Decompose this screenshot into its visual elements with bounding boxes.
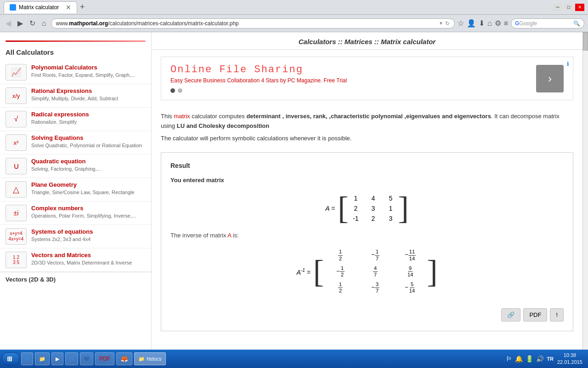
- ad-dot-2[interactable]: [178, 88, 182, 93]
- person-icon[interactable]: 👤: [467, 19, 476, 28]
- new-tab-button[interactable]: +: [77, 1, 88, 13]
- result-actions: 🔗 PDF !: [170, 308, 564, 322]
- window-controls: ─ □ ✕: [553, 4, 584, 11]
- matrix-inverse-display: A-1 = [ 12 −17 −1114 −12 47 914 12 −37: [170, 244, 564, 299]
- maximize-button[interactable]: □: [564, 4, 573, 11]
- download-icon[interactable]: ⬇: [479, 19, 485, 28]
- matrix-inverse-cells: 12 −17 −1114 −12 47 914 12 −37 −514: [327, 249, 424, 294]
- inv-cell-12: 914: [396, 265, 424, 278]
- inv-cell-02: −1114: [396, 249, 424, 261]
- complex-icon: ±i: [6, 205, 27, 221]
- sidebar-item-radical[interactable]: √ Radical expressions Rationalize, Simpl…: [0, 108, 151, 131]
- link-icon: 🔗: [507, 311, 514, 318]
- sidebar-item-geometry[interactable]: △ Plane Geometry Triangle, Sine/Cosine L…: [0, 178, 151, 201]
- browser-tab[interactable]: Matrix calculator ✕: [4, 1, 77, 13]
- address-bar[interactable]: www.mathportal.org/calculators/matrices-…: [51, 18, 455, 29]
- sidebar: All Calculators 📈 Polynomial Calculators…: [0, 32, 152, 350]
- refresh-button[interactable]: ↻: [28, 18, 37, 29]
- forward-button[interactable]: ▶: [16, 18, 25, 29]
- sidebar-logo-bar: [6, 40, 146, 42]
- complex-name: Complex numbers: [31, 205, 146, 212]
- rational-desc: Simplify, Multiply, Divide, Add, Subtrac…: [31, 95, 146, 102]
- home2-icon[interactable]: ⌂: [487, 19, 492, 28]
- cell-a-00: 1: [351, 195, 360, 202]
- pdf-label: PDF: [529, 311, 541, 318]
- rational-icon: x/y: [6, 87, 27, 104]
- main-content: Calculators :: Matrices :: Matrix calcul…: [152, 32, 582, 350]
- ad-info-icon[interactable]: ℹ: [567, 61, 569, 67]
- vectors-matrices-icon: 1 23 5: [6, 252, 27, 268]
- cell-a-01: 4: [368, 195, 378, 202]
- matrix-inverse-formula: A-1 = [ 12 −17 −1114 −12 47 914 12 −37: [297, 249, 438, 294]
- scrollbar-thumb[interactable]: [583, 32, 588, 51]
- browser-toolbar: ◀ ▶ ↻ ⌂ www.mathportal.org/calculators/m…: [0, 15, 588, 32]
- description-line2: The calculator will perform symbolic cal…: [161, 134, 573, 144]
- geometry-name: Plane Geometry: [31, 181, 146, 188]
- inverse-matrix-link[interactable]: A: [227, 232, 231, 239]
- exclamation-button[interactable]: !: [550, 308, 564, 322]
- description-line1: This matrix calculator computes determin…: [161, 112, 573, 131]
- page-wrapper: All Calculators 📈 Polynomial Calculators…: [0, 32, 588, 350]
- you-entered-label: You entered matrix: [170, 177, 564, 184]
- right-bracket-inv: ]: [427, 257, 437, 286]
- systems-desc: Systems 2x2, 3x3 and 4x4: [31, 236, 146, 243]
- more-icon[interactable]: ≡: [504, 19, 508, 28]
- back-button[interactable]: ◀: [4, 18, 13, 29]
- radical-desc: Rationalize, Simplify: [31, 119, 146, 126]
- search-box[interactable]: G Google 🔍: [511, 18, 584, 29]
- inv-cell-01: −17: [362, 249, 389, 261]
- star-icon[interactable]: ☆: [458, 19, 464, 28]
- cell-a-02: 5: [386, 195, 395, 202]
- inverse-suffix: is:: [233, 232, 239, 239]
- bold-terms: determinant , inverses, rank, ,character…: [246, 113, 491, 120]
- sidebar-item-vectors-matrices[interactable]: 1 23 5 Vectors and Matrices 2D/3D Vector…: [0, 248, 151, 272]
- tab-close-button[interactable]: ✕: [66, 4, 71, 11]
- sidebar-item-rational[interactable]: x/y Rational Expressions Simplify, Multi…: [0, 84, 151, 108]
- sidebar-item-polynomial[interactable]: 📈 Polynomial Calculators Find Roots, Fac…: [0, 61, 151, 84]
- right-bracket-a: ]: [398, 194, 408, 223]
- ad-subtitle: Easy Secure Business Collaboration 4 Sta…: [170, 77, 536, 84]
- inverse-text: The inverse of matrix A is:: [170, 232, 564, 239]
- polynomial-name: Polynomial Calculators: [31, 64, 146, 71]
- ad-dot-1[interactable]: [170, 88, 175, 93]
- home-button[interactable]: ⌂: [40, 18, 48, 29]
- quadratic-desc: Solving, Factoring, Graphing,...: [31, 166, 146, 172]
- dropdown-icon[interactable]: ▼: [439, 21, 443, 26]
- matrix-link[interactable]: matrix: [174, 113, 190, 120]
- scrollbar-track[interactable]: [582, 32, 588, 350]
- polynomial-desc: Find Roots, Factor, Expand, Simplify, Gr…: [31, 72, 146, 79]
- sidebar-item-equations[interactable]: x² Solving Equations Solve Quadratic, Po…: [0, 131, 151, 155]
- refresh-icon[interactable]: ↻: [445, 20, 450, 27]
- google-icon: G: [515, 20, 519, 27]
- close-button[interactable]: ✕: [575, 4, 584, 11]
- bold-decompose: LU and Cholesky decomposition: [177, 122, 270, 129]
- ad-subtitle-text: Easy Secure Business Collaboration 4 Sta…: [170, 77, 322, 84]
- sidebar-item-complex[interactable]: ±i Complex numbers Operations, Polar For…: [0, 201, 151, 225]
- settings-icon[interactable]: ⚙: [495, 19, 501, 28]
- result-title: Result: [170, 162, 564, 169]
- cell-a-20: -1: [351, 215, 360, 222]
- inv-cell-11: 47: [362, 265, 389, 278]
- cell-a-22: 3: [386, 215, 395, 222]
- cell-a-12: 1: [386, 205, 395, 212]
- polynomial-icon: 📈: [6, 64, 27, 80]
- inv-cell-21: −37: [362, 282, 389, 294]
- equations-name: Solving Equations: [31, 134, 146, 141]
- ad-next-button[interactable]: ›: [536, 65, 564, 92]
- quadratic-icon: ∪: [6, 158, 27, 174]
- link-button[interactable]: 🔗: [501, 308, 520, 322]
- left-bracket-inv: [: [313, 257, 324, 286]
- search-submit-icon[interactable]: 🔍: [573, 20, 580, 27]
- minimize-button[interactable]: ─: [553, 4, 562, 11]
- inverse-label: A-1 =: [297, 268, 311, 276]
- ad-link[interactable]: Free Trial: [324, 77, 347, 84]
- sidebar-item-systems[interactable]: x+y=44x+y=4 Systems of equations Systems…: [0, 225, 151, 248]
- inv-cell-22: −514: [396, 282, 424, 294]
- browser-titlebar: Matrix calculator ✕ + ─ □ ✕: [0, 0, 588, 15]
- breadcrumb: Calculators :: Matrices :: Matrix calcul…: [152, 32, 582, 50]
- sidebar-item-quadratic[interactable]: ∪ Quadratic equation Solving, Factoring,…: [0, 155, 151, 178]
- result-box: Result You entered matrix A = [ 1 4 5 2 …: [161, 152, 573, 331]
- rational-name: Rational Expressions: [31, 87, 146, 94]
- all-calculators-title: All Calculators: [0, 46, 151, 61]
- pdf-button[interactable]: PDF: [523, 308, 547, 322]
